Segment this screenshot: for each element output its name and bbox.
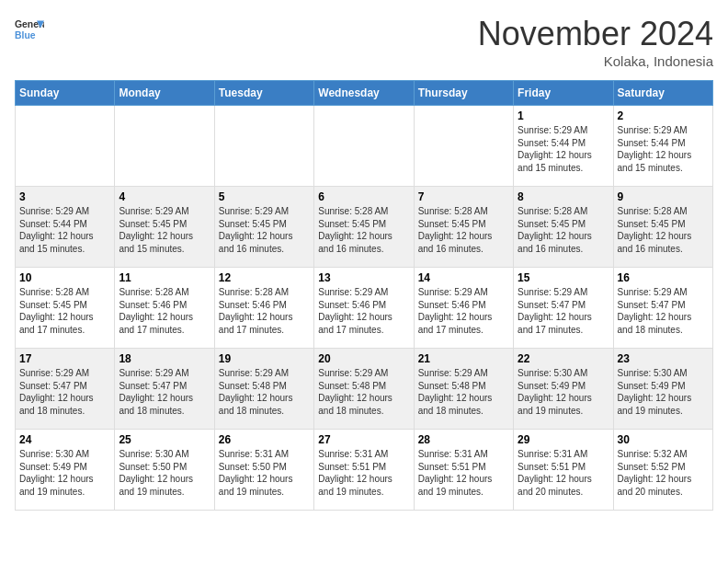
day-info: Sunrise: 5:29 AM Sunset: 5:48 PM Dayligh…	[418, 367, 509, 417]
weekday-header: Tuesday	[214, 81, 313, 106]
day-info: Sunrise: 5:29 AM Sunset: 5:44 PM Dayligh…	[618, 124, 709, 174]
day-info: Sunrise: 5:29 AM Sunset: 5:48 PM Dayligh…	[219, 367, 310, 417]
day-info: Sunrise: 5:29 AM Sunset: 5:46 PM Dayligh…	[418, 286, 509, 336]
calendar-cell: 11Sunrise: 5:28 AM Sunset: 5:46 PM Dayli…	[115, 268, 214, 349]
day-number: 3	[19, 190, 110, 203]
day-number: 17	[19, 352, 110, 365]
calendar-cell: 19Sunrise: 5:29 AM Sunset: 5:48 PM Dayli…	[214, 349, 313, 430]
day-info: Sunrise: 5:31 AM Sunset: 5:51 PM Dayligh…	[518, 448, 609, 498]
weekday-header: Wednesday	[314, 81, 414, 106]
calendar-cell	[214, 106, 313, 187]
calendar-cell: 26Sunrise: 5:31 AM Sunset: 5:50 PM Dayli…	[214, 430, 313, 511]
day-number: 15	[518, 271, 609, 284]
calendar-cell: 6Sunrise: 5:28 AM Sunset: 5:45 PM Daylig…	[314, 187, 414, 268]
calendar-cell: 21Sunrise: 5:29 AM Sunset: 5:48 PM Dayli…	[414, 349, 513, 430]
day-info: Sunrise: 5:30 AM Sunset: 5:49 PM Dayligh…	[19, 448, 110, 498]
calendar-cell: 13Sunrise: 5:29 AM Sunset: 5:46 PM Dayli…	[314, 268, 414, 349]
day-number: 18	[119, 352, 210, 365]
day-info: Sunrise: 5:28 AM Sunset: 5:45 PM Dayligh…	[418, 205, 509, 255]
calendar-cell: 9Sunrise: 5:28 AM Sunset: 5:45 PM Daylig…	[613, 187, 712, 268]
calendar-cell: 7Sunrise: 5:28 AM Sunset: 5:45 PM Daylig…	[414, 187, 513, 268]
calendar-cell	[314, 106, 414, 187]
weekday-header: Friday	[514, 81, 613, 106]
day-number: 23	[618, 352, 709, 365]
day-info: Sunrise: 5:29 AM Sunset: 5:48 PM Dayligh…	[318, 367, 409, 417]
calendar-cell: 5Sunrise: 5:29 AM Sunset: 5:45 PM Daylig…	[214, 187, 313, 268]
day-info: Sunrise: 5:31 AM Sunset: 5:51 PM Dayligh…	[418, 448, 509, 498]
day-info: Sunrise: 5:28 AM Sunset: 5:45 PM Dayligh…	[19, 286, 110, 336]
day-number: 20	[318, 352, 409, 365]
calendar-header: SundayMondayTuesdayWednesdayThursdayFrid…	[16, 81, 713, 106]
day-number: 5	[219, 190, 310, 203]
calendar-cell: 25Sunrise: 5:30 AM Sunset: 5:50 PM Dayli…	[115, 430, 214, 511]
day-number: 22	[518, 352, 609, 365]
calendar-cell: 17Sunrise: 5:29 AM Sunset: 5:47 PM Dayli…	[16, 349, 115, 430]
day-number: 8	[518, 190, 609, 203]
calendar-cell: 27Sunrise: 5:31 AM Sunset: 5:51 PM Dayli…	[314, 430, 414, 511]
title-block: November 2024 Kolaka, Indonesia	[478, 15, 713, 69]
day-number: 16	[618, 271, 709, 284]
day-info: Sunrise: 5:29 AM Sunset: 5:46 PM Dayligh…	[318, 286, 409, 336]
calendar-cell: 14Sunrise: 5:29 AM Sunset: 5:46 PM Dayli…	[414, 268, 513, 349]
day-info: Sunrise: 5:29 AM Sunset: 5:47 PM Dayligh…	[618, 286, 709, 336]
calendar-cell: 24Sunrise: 5:30 AM Sunset: 5:49 PM Dayli…	[16, 430, 115, 511]
weekday-header: Saturday	[613, 81, 712, 106]
calendar-cell: 2Sunrise: 5:29 AM Sunset: 5:44 PM Daylig…	[613, 106, 712, 187]
weekday-header: Monday	[115, 81, 214, 106]
day-number: 27	[318, 433, 409, 446]
calendar-cell	[414, 106, 513, 187]
day-info: Sunrise: 5:28 AM Sunset: 5:46 PM Dayligh…	[119, 286, 210, 336]
day-number: 9	[618, 190, 709, 203]
day-number: 6	[318, 190, 409, 203]
day-number: 24	[19, 433, 110, 446]
day-info: Sunrise: 5:29 AM Sunset: 5:47 PM Dayligh…	[518, 286, 609, 336]
day-info: Sunrise: 5:28 AM Sunset: 5:45 PM Dayligh…	[318, 205, 409, 255]
day-number: 1	[518, 109, 609, 122]
day-number: 4	[119, 190, 210, 203]
day-number: 2	[618, 109, 709, 122]
day-info: Sunrise: 5:31 AM Sunset: 5:50 PM Dayligh…	[219, 448, 310, 498]
svg-text:Blue: Blue	[15, 30, 36, 40]
day-number: 19	[219, 352, 310, 365]
calendar-cell	[115, 106, 214, 187]
calendar-cell: 4Sunrise: 5:29 AM Sunset: 5:45 PM Daylig…	[115, 187, 214, 268]
day-info: Sunrise: 5:28 AM Sunset: 5:45 PM Dayligh…	[518, 205, 609, 255]
day-info: Sunrise: 5:29 AM Sunset: 5:47 PM Dayligh…	[19, 367, 110, 417]
day-info: Sunrise: 5:32 AM Sunset: 5:52 PM Dayligh…	[618, 448, 709, 498]
logo: General Blue	[15, 15, 44, 44]
calendar-cell: 28Sunrise: 5:31 AM Sunset: 5:51 PM Dayli…	[414, 430, 513, 511]
calendar-cell: 30Sunrise: 5:32 AM Sunset: 5:52 PM Dayli…	[613, 430, 712, 511]
day-number: 13	[318, 271, 409, 284]
day-info: Sunrise: 5:29 AM Sunset: 5:45 PM Dayligh…	[119, 205, 210, 255]
weekday-header: Sunday	[16, 81, 115, 106]
weekday-header: Thursday	[414, 81, 513, 106]
calendar-cell: 22Sunrise: 5:30 AM Sunset: 5:49 PM Dayli…	[514, 349, 613, 430]
day-number: 26	[219, 433, 310, 446]
page-header: General Blue November 2024 Kolaka, Indon…	[15, 15, 713, 69]
day-number: 12	[219, 271, 310, 284]
day-info: Sunrise: 5:28 AM Sunset: 5:45 PM Dayligh…	[618, 205, 709, 255]
day-info: Sunrise: 5:30 AM Sunset: 5:49 PM Dayligh…	[518, 367, 609, 417]
day-number: 7	[418, 190, 509, 203]
day-info: Sunrise: 5:31 AM Sunset: 5:51 PM Dayligh…	[318, 448, 409, 498]
day-info: Sunrise: 5:29 AM Sunset: 5:47 PM Dayligh…	[119, 367, 210, 417]
day-number: 25	[119, 433, 210, 446]
day-number: 28	[418, 433, 509, 446]
day-number: 21	[418, 352, 509, 365]
day-number: 11	[119, 271, 210, 284]
calendar-cell: 1Sunrise: 5:29 AM Sunset: 5:44 PM Daylig…	[514, 106, 613, 187]
day-info: Sunrise: 5:30 AM Sunset: 5:49 PM Dayligh…	[618, 367, 709, 417]
calendar-cell: 20Sunrise: 5:29 AM Sunset: 5:48 PM Dayli…	[314, 349, 414, 430]
month-title: November 2024	[478, 15, 713, 53]
calendar-cell: 15Sunrise: 5:29 AM Sunset: 5:47 PM Dayli…	[514, 268, 613, 349]
day-number: 14	[418, 271, 509, 284]
calendar-cell: 12Sunrise: 5:28 AM Sunset: 5:46 PM Dayli…	[214, 268, 313, 349]
calendar-cell: 16Sunrise: 5:29 AM Sunset: 5:47 PM Dayli…	[613, 268, 712, 349]
calendar-cell: 8Sunrise: 5:28 AM Sunset: 5:45 PM Daylig…	[514, 187, 613, 268]
location: Kolaka, Indonesia	[478, 53, 713, 69]
day-number: 10	[19, 271, 110, 284]
day-info: Sunrise: 5:28 AM Sunset: 5:46 PM Dayligh…	[219, 286, 310, 336]
calendar-cell: 29Sunrise: 5:31 AM Sunset: 5:51 PM Dayli…	[514, 430, 613, 511]
day-info: Sunrise: 5:30 AM Sunset: 5:50 PM Dayligh…	[119, 448, 210, 498]
day-info: Sunrise: 5:29 AM Sunset: 5:45 PM Dayligh…	[219, 205, 310, 255]
